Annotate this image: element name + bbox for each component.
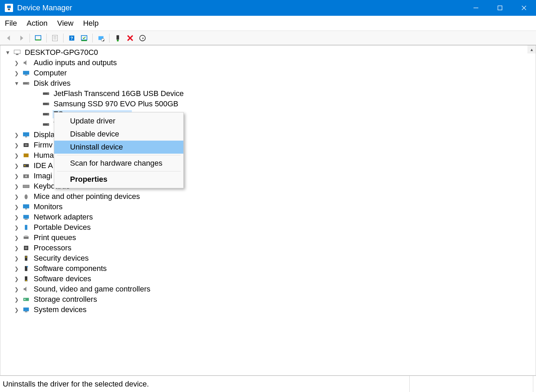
svg-rect-24 <box>23 71 29 75</box>
svg-point-15 <box>101 38 104 41</box>
tree-category[interactable]: Sound, video and game controllers <box>4 284 534 294</box>
properties-button[interactable] <box>49 33 60 44</box>
svg-rect-22 <box>14 50 20 54</box>
svg-rect-47 <box>23 204 29 209</box>
expand-icon[interactable] <box>13 224 20 230</box>
svg-point-42 <box>24 165 26 166</box>
svg-text:?: ? <box>70 35 73 40</box>
expand-icon[interactable] <box>13 70 20 76</box>
expand-icon[interactable] <box>13 193 20 200</box>
device-icon <box>22 255 31 262</box>
svg-rect-65 <box>25 311 27 312</box>
menu-view[interactable]: View <box>57 19 73 28</box>
back-button[interactable] <box>3 33 14 44</box>
update-driver-button[interactable] <box>95 33 106 44</box>
expand-icon[interactable] <box>13 245 20 251</box>
tree-category[interactable]: Portable Devices <box>4 222 534 233</box>
expand-icon[interactable] <box>13 132 20 138</box>
svg-point-35 <box>48 124 49 125</box>
tree-category[interactable]: Monitors <box>4 202 534 212</box>
svg-point-33 <box>48 114 49 115</box>
expand-icon[interactable] <box>4 49 11 56</box>
tree-category[interactable]: Network adapters <box>4 212 534 222</box>
device-icon <box>13 49 22 56</box>
tree-category[interactable]: Disk drives <box>4 78 534 88</box>
tree-category[interactable]: Audio inputs and outputs <box>4 58 534 68</box>
tree-item-label: Software devices <box>33 275 92 283</box>
svg-rect-17 <box>116 35 119 39</box>
svg-rect-48 <box>25 209 27 209</box>
expand-icon[interactable] <box>13 255 20 261</box>
svg-rect-3 <box>498 6 502 10</box>
tree-category[interactable]: Processors <box>4 243 534 253</box>
uninstall-device-button[interactable] <box>125 33 136 44</box>
svg-point-44 <box>25 175 27 177</box>
menu-help[interactable]: Help <box>83 19 99 28</box>
toolbar-separator <box>46 34 47 43</box>
expand-icon[interactable] <box>13 296 20 302</box>
enable-device-button[interactable] <box>112 33 123 44</box>
tree-category[interactable]: Computer <box>4 68 534 78</box>
tree-item-label: Computer <box>33 69 68 77</box>
tree-category[interactable]: Software devices <box>4 274 534 284</box>
tree-item-label: Firmv <box>33 141 54 149</box>
context-divider <box>57 171 181 171</box>
window-controls <box>464 0 536 16</box>
tree-category[interactable]: Mice and other pointing devices <box>4 191 534 202</box>
tree-root[interactable]: DESKTOP-GPG70C0 <box>4 47 534 58</box>
tree-device[interactable]: JetFlash Transcend 16GB USB Device <box>4 88 534 99</box>
scroll-up-button[interactable] <box>527 45 536 54</box>
tree-item-label: Portable Devices <box>33 223 92 231</box>
svg-rect-50 <box>25 219 28 219</box>
expand-icon[interactable] <box>13 163 20 169</box>
minimize-button[interactable] <box>464 0 488 16</box>
show-hidden-button[interactable] <box>33 33 44 44</box>
help-button[interactable]: ? <box>66 33 77 44</box>
expand-icon[interactable] <box>13 152 20 158</box>
tree-category[interactable]: Software components <box>4 263 534 274</box>
expand-icon[interactable] <box>13 286 20 292</box>
maximize-button[interactable] <box>488 0 512 16</box>
close-button[interactable] <box>512 0 536 16</box>
expand-icon[interactable] <box>13 214 20 220</box>
menu-action[interactable]: Action <box>26 19 47 28</box>
expand-icon[interactable] <box>13 60 20 66</box>
tree-category[interactable]: Storage controllers <box>4 294 534 305</box>
context-properties[interactable]: Properties <box>54 173 183 186</box>
svg-rect-45 <box>23 185 29 188</box>
forward-button[interactable] <box>16 33 27 44</box>
expand-icon[interactable] <box>13 235 20 241</box>
scan-hardware-button[interactable] <box>79 33 90 44</box>
svg-rect-6 <box>35 35 41 40</box>
device-icon <box>22 275 31 282</box>
device-icon <box>22 245 31 251</box>
svg-point-63 <box>24 299 26 300</box>
toolbar: ? <box>0 31 536 45</box>
tree-device[interactable]: Samsung SSD 970 EVO Plus 500GB <box>4 99 534 109</box>
expand-icon[interactable] <box>13 204 20 210</box>
device-icon <box>22 193 31 200</box>
tree-item-label: Storage controllers <box>33 295 98 304</box>
expand-icon[interactable] <box>13 183 20 189</box>
expand-icon[interactable] <box>13 173 20 179</box>
expand-icon[interactable] <box>13 142 20 148</box>
context-scan-hardware[interactable]: Scan for hardware changes <box>54 157 183 170</box>
expand-icon[interactable] <box>13 276 20 282</box>
tree-item-label: Samsung SSD 970 EVO Plus 500GB <box>53 100 179 108</box>
tree-category[interactable]: System devices <box>4 305 534 315</box>
expand-icon[interactable] <box>13 80 20 86</box>
context-update-driver[interactable]: Update driver <box>54 115 183 128</box>
tree-category[interactable]: Print queues <box>4 233 534 243</box>
device-icon <box>22 131 31 138</box>
disable-device-button[interactable] <box>137 33 148 44</box>
menu-file[interactable]: File <box>5 19 17 28</box>
context-disable-device[interactable]: Disable device <box>54 128 183 141</box>
expand-icon[interactable] <box>13 307 20 313</box>
svg-rect-59 <box>27 266 28 268</box>
tree-category[interactable]: Security devices <box>4 253 534 263</box>
context-uninstall-device[interactable]: Uninstall device <box>54 141 183 154</box>
svg-rect-13 <box>81 35 87 40</box>
device-icon <box>22 296 31 303</box>
expand-icon[interactable] <box>13 265 20 272</box>
tree-item-label: Software components <box>33 264 108 273</box>
